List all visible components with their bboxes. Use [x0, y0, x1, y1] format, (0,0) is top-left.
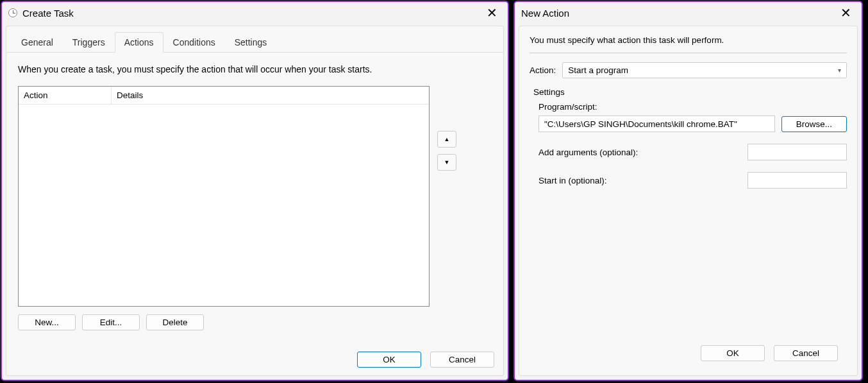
cancel-button[interactable]: Cancel — [430, 352, 494, 368]
action-select[interactable]: Start a program ▾ — [562, 62, 847, 78]
tab-conditions[interactable]: Conditions — [163, 32, 225, 53]
ok-button[interactable]: OK — [701, 345, 765, 361]
window-title: Create Task — [22, 8, 74, 19]
browse-button[interactable]: Browse... — [781, 116, 847, 132]
program-script-label: Program/script: — [538, 102, 847, 112]
instruction-text: You must specify what action this task w… — [530, 35, 847, 45]
delete-button[interactable]: Delete — [146, 314, 204, 330]
dialog-body: You must specify what action this task w… — [519, 26, 858, 376]
add-arguments-input[interactable] — [747, 144, 847, 160]
add-arguments-label: Add arguments (optional): — [538, 148, 638, 157]
list-header: Action Details — [19, 87, 429, 105]
column-action[interactable]: Action — [19, 87, 112, 104]
start-in-input[interactable] — [747, 172, 847, 189]
tab-triggers[interactable]: Triggers — [63, 32, 115, 53]
close-button[interactable]: ✕ — [482, 6, 501, 19]
instruction-text: When you create a task, you must specify… — [18, 64, 492, 74]
dialog-body: General Triggers Actions Conditions Sett… — [6, 26, 504, 376]
actions-list[interactable]: Action Details — [18, 86, 430, 307]
cancel-button[interactable]: Cancel — [774, 345, 838, 361]
new-button[interactable]: New... — [18, 314, 76, 330]
clock-icon — [8, 8, 17, 17]
tab-strip: General Triggers Actions Conditions Sett… — [6, 26, 503, 53]
program-script-input[interactable] — [538, 115, 775, 132]
column-details[interactable]: Details — [112, 87, 429, 104]
move-down-button[interactable]: ▼ — [437, 154, 456, 171]
action-selected-value: Start a program — [568, 65, 628, 75]
action-label: Action: — [530, 65, 556, 75]
settings-group-label: Settings — [533, 87, 847, 97]
new-action-window: New Action ✕ You must specify what actio… — [513, 1, 863, 381]
edit-button[interactable]: Edit... — [82, 314, 140, 330]
tab-general[interactable]: General — [12, 32, 63, 53]
tab-actions[interactable]: Actions — [115, 32, 163, 53]
titlebar: New Action ✕ — [515, 2, 862, 24]
close-button[interactable]: ✕ — [836, 6, 855, 19]
tab-content: When you create a task, you must specify… — [6, 53, 503, 345]
titlebar: Create Task ✕ — [2, 2, 508, 24]
tab-settings[interactable]: Settings — [225, 32, 277, 53]
start-in-label: Start in (optional): — [538, 176, 607, 185]
ok-button[interactable]: OK — [357, 352, 421, 368]
chevron-down-icon: ▾ — [838, 67, 841, 74]
divider — [530, 53, 847, 53]
window-title: New Action — [521, 8, 569, 19]
create-task-window: Create Task ✕ General Triggers Actions C… — [1, 1, 509, 381]
move-up-button[interactable]: ▲ — [437, 131, 456, 148]
